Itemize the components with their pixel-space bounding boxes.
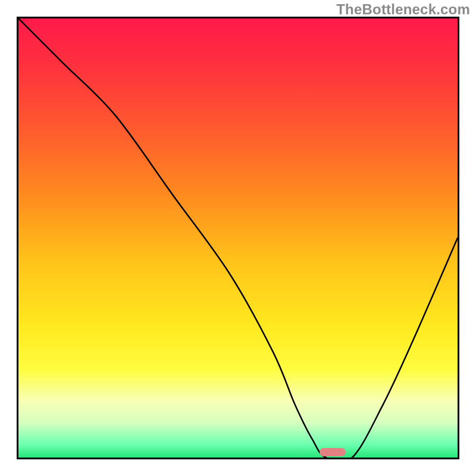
watermark-text: TheBottleneck.com	[336, 1, 470, 18]
plot-area	[17, 17, 459, 459]
chart-stage: TheBottleneck.com	[0, 0, 476, 476]
curve-path	[18, 18, 458, 458]
bottleneck-curve	[18, 18, 458, 458]
